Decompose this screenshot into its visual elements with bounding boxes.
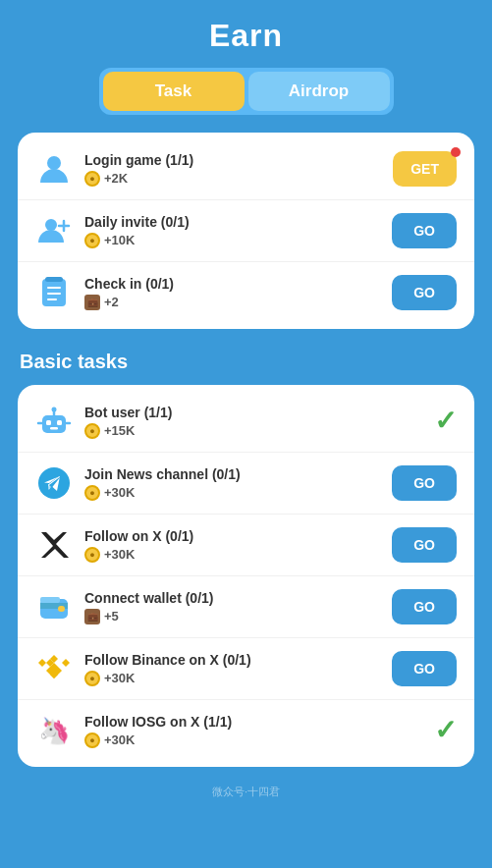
go-button[interactable]: GO [392,651,457,686]
reward-value: +30K [104,671,135,685]
reward-value: +30K [104,485,135,500]
tab-airdrop[interactable]: Airdrop [248,72,390,111]
svg-rect-11 [57,420,62,425]
svg-rect-9 [42,415,66,433]
task-reward: ● +10K [84,233,380,248]
task-info: Follow on X (0/1) ● +30K [84,528,380,563]
page-title: Earn [0,18,492,54]
reward-value: +10K [104,233,135,247]
task-name: Follow Binance on X (0/1) [84,652,380,668]
coin-icon: ● [84,485,100,501]
svg-point-0 [47,156,61,170]
task-info: Follow IOSG on X (1/1) ● +30K [84,714,422,748]
wallet-icon [35,588,73,625]
task-name: Follow IOSG on X (1/1) [84,714,422,730]
task-reward: ● +30K [84,671,380,686]
task-name: Join News channel (0/1) [84,466,380,482]
task-row: 🦄 Follow IOSG on X (1/1) ● +30K ✓ [18,700,474,761]
reward-value: +30K [104,732,135,747]
daily-tasks-card: Login game (1/1) ● +2K GET Daily invite … [18,133,474,329]
x-icon [35,526,73,564]
coin-icon: ● [84,732,100,748]
task-name: Follow on X (0/1) [84,528,380,544]
svg-marker-25 [38,659,46,667]
svg-rect-12 [50,427,58,430]
page-header: Earn [0,0,492,68]
user-icon [35,150,73,188]
task-name: Check in (0/1) [84,276,380,292]
svg-rect-10 [46,420,51,425]
go-button[interactable]: GO [392,275,457,310]
task-info: Join News channel (0/1) ● +30K [84,466,380,501]
task-name: Connect wallet (0/1) [84,590,380,606]
coin-icon: ● [84,423,100,439]
svg-rect-8 [45,277,63,282]
task-row: Bot user (1/1) ● +15K ✓ [18,391,474,453]
task-info: Connect wallet (0/1) 💼 +5 [84,590,380,624]
tab-bar: Task Airdrop [99,68,394,115]
go-button[interactable]: GO [392,213,457,248]
coin-icon: ● [84,547,100,563]
svg-point-14 [52,407,57,412]
task-reward: ● +2K [84,171,381,187]
task-info: Check in (0/1) 💼 +2 [84,276,380,310]
reward-value: +2K [104,171,128,186]
task-reward: 💼 +2 [84,295,380,310]
task-row: Connect wallet (0/1) 💼 +5 GO [18,576,474,638]
telegram-icon [35,464,73,502]
task-name: Bot user (1/1) [84,405,422,420]
task-reward: ● +30K [84,485,380,501]
task-name: Login game (1/1) [84,152,381,168]
briefcase-icon: 💼 [84,295,100,310]
iosg-icon: 🦄 [35,712,73,749]
task-row: Join News channel (0/1) ● +30K GO [18,453,474,515]
task-row: Check in (0/1) 💼 +2 GO [18,262,474,323]
task-row: Daily invite (0/1) ● +10K GO [18,200,474,262]
task-row: Follow Binance on X (0/1) ● +30K GO [18,638,474,700]
basic-tasks-card: Bot user (1/1) ● +15K ✓ Join News channe… [18,385,474,767]
reward-value: +15K [104,423,135,438]
task-reward: 💼 +5 [84,609,380,624]
go-button[interactable]: GO [392,589,457,624]
task-row: Follow on X (0/1) ● +30K GO [18,515,474,576]
tab-task[interactable]: Task [103,72,245,111]
task-info: Follow Binance on X (0/1) ● +30K [84,652,380,686]
reward-value: +30K [104,547,135,562]
watermark: 微众号·十四君 [0,785,492,807]
task-name: Daily invite (0/1) [84,214,380,230]
binance-icon [35,650,73,687]
done-check: ✓ [434,717,457,744]
get-button[interactable]: GET [393,151,457,187]
go-button[interactable]: GO [392,527,457,563]
coin-icon: ● [84,171,100,187]
task-info: Login game (1/1) ● +2K [84,152,381,187]
coin-icon: ● [84,233,100,248]
go-button[interactable]: GO [392,465,457,501]
task-reward: ● +30K [84,732,422,748]
task-info: Daily invite (0/1) ● +10K [84,214,380,248]
reward-value: +2 [104,295,119,309]
svg-rect-21 [40,597,60,603]
reward-value: +5 [104,609,119,624]
user-plus-icon [35,212,73,249]
task-info: Bot user (1/1) ● +15K [84,405,422,439]
task-reward: ● +15K [84,423,422,439]
coin-icon: ● [84,671,100,686]
svg-rect-20 [58,606,65,612]
briefcase-icon: 💼 [84,609,100,624]
task-row: Login game (1/1) ● +2K GET [18,138,474,200]
task-reward: ● +30K [84,547,380,563]
svg-marker-24 [62,659,70,667]
svg-point-1 [45,219,57,231]
basic-tasks-title: Basic tasks [0,347,492,385]
bot-icon [35,403,73,440]
checklist-icon [35,274,73,311]
done-check: ✓ [434,407,457,435]
